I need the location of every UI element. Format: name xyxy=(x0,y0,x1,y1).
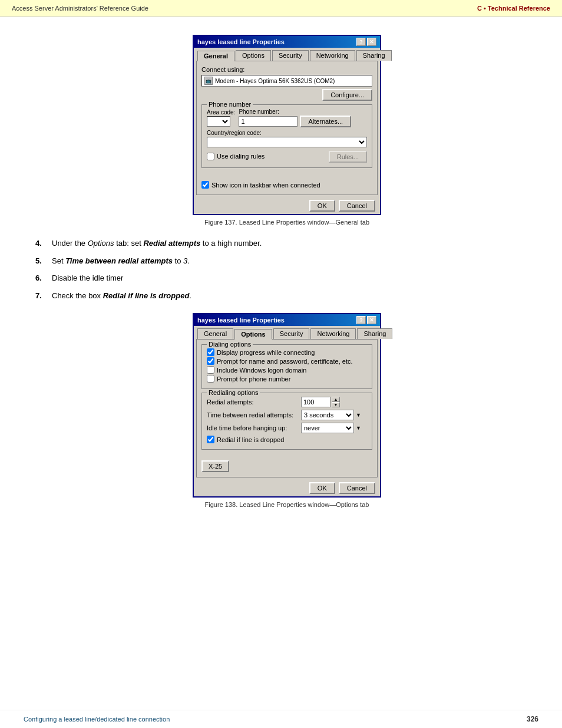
cb-include-logon[interactable] xyxy=(207,366,214,374)
tabs-137: General Options Security Networking Shar… xyxy=(194,48,380,61)
phone-number-group: Phone number Area code: Phone number: xyxy=(201,104,372,168)
cb-include-logon-label: Include Windows logon domain xyxy=(217,367,306,374)
step-4-num: 4. xyxy=(35,239,47,248)
dialog-137-title: hayes leased line Properties xyxy=(197,38,285,45)
close-btn-138[interactable]: ✕ xyxy=(367,316,376,324)
alternates-button[interactable]: Alternates... xyxy=(300,116,351,127)
step-7: 7. Check the box Redial if line is dropp… xyxy=(35,290,538,302)
idle-time-select[interactable]: never xyxy=(301,423,354,433)
tab-security-138[interactable]: Security xyxy=(273,328,310,339)
cancel-button-138[interactable]: Cancel xyxy=(339,482,375,494)
use-dialing-rules-label: Use dialing rules xyxy=(217,153,265,160)
tab-general-137[interactable]: General xyxy=(197,51,234,61)
rules-button[interactable]: Rules... xyxy=(329,151,367,163)
connect-using-label: Connect using: xyxy=(201,66,372,73)
page-content: hayes leased line Properties ? ✕ General… xyxy=(0,17,562,532)
figure-138-caption: Figure 138. Leased Line Properties windo… xyxy=(205,501,369,508)
step-5-num: 5. xyxy=(35,256,47,265)
use-dialing-rules-checkbox[interactable] xyxy=(207,153,214,160)
tab-sharing-137[interactable]: Sharing xyxy=(356,50,392,61)
phone-group-label: Phone number xyxy=(207,101,253,108)
phone-number-label: Phone number: xyxy=(239,108,367,115)
show-icon-row: Show icon in taskbar when connected xyxy=(201,181,372,189)
close-btn-137[interactable]: ✕ xyxy=(367,38,376,46)
spinner-down[interactable]: ▼ xyxy=(332,402,340,407)
cb-display-progress-label: Display progress while connecting xyxy=(217,349,315,356)
show-icon-label: Show icon in taskbar when connected xyxy=(211,182,320,189)
configure-button[interactable]: Configure... xyxy=(322,89,372,101)
step-4-text: Under the Options tab: set Redial attemp… xyxy=(52,238,262,249)
cb-prompt-phone-label: Prompt for phone number xyxy=(217,375,290,383)
area-code-select[interactable] xyxy=(207,116,230,127)
redial-attempts-label: Redial attempts: xyxy=(207,398,301,406)
time-between-select[interactable]: 3 seconds xyxy=(301,410,354,420)
tab-security-137[interactable]: Security xyxy=(272,50,309,61)
step-4: 4. Under the Options tab: set Redial att… xyxy=(35,238,538,249)
dialog-138-footer: OK Cancel xyxy=(194,480,380,496)
cancel-button-137[interactable]: Cancel xyxy=(339,200,375,212)
help-btn-138[interactable]: ? xyxy=(356,316,366,324)
use-dialing-rules-row: Use dialing rules xyxy=(207,153,265,160)
cb-redial-if-dropped[interactable] xyxy=(207,436,214,443)
area-code-col: Area code: xyxy=(207,109,235,127)
step-7-text: Check the box Redial if line is dropped. xyxy=(52,290,191,302)
country-select[interactable] xyxy=(207,137,367,147)
dialog-138: hayes leased line Properties ? ✕ General… xyxy=(193,313,381,498)
phone-col: Phone number: Alternates... xyxy=(239,108,367,127)
dialog-137-body: Connect using: 📺 Modem - Hayes Optima 56… xyxy=(196,61,378,195)
area-code-label: Area code: xyxy=(207,109,235,116)
modem-icon: 📺 xyxy=(204,77,213,85)
step-5: 5. Set Time between redial attempts to 3… xyxy=(35,255,538,267)
ok-button-137[interactable]: OK xyxy=(309,200,335,212)
step-list: 4. Under the Options tab: set Redial att… xyxy=(35,238,538,301)
cb-redial-if-dropped-label: Redial if line is dropped xyxy=(217,436,284,443)
ok-button-138[interactable]: OK xyxy=(309,482,335,494)
show-icon-checkbox[interactable] xyxy=(201,181,209,189)
time-between-label: Time between redial attempts: xyxy=(207,411,301,419)
step-7-num: 7. xyxy=(35,291,47,300)
time-between-row: Time between redial attempts: 3 seconds … xyxy=(207,410,367,420)
cb-display-progress[interactable] xyxy=(207,348,214,356)
redialing-options-group: Redialing options Redial attempts: ▲ ▼ xyxy=(201,393,372,450)
tab-networking-138[interactable]: Networking xyxy=(310,328,356,339)
tab-options-137[interactable]: Options xyxy=(236,50,271,61)
titlebar-buttons-138: ? ✕ xyxy=(356,316,376,324)
footer-right: 326 xyxy=(527,715,538,723)
step-6-text: Disable the idle timer xyxy=(52,272,123,284)
header-left: Access Server Administrators' Reference … xyxy=(12,5,148,12)
tab-options-138[interactable]: Options xyxy=(234,329,272,340)
dialing-cb-1: Display progress while connecting xyxy=(207,348,367,356)
x25-button[interactable]: X-25 xyxy=(201,460,229,472)
country-label: Country/region code: xyxy=(207,130,367,136)
redial-attempts-input[interactable] xyxy=(301,397,330,407)
help-btn-137[interactable]: ? xyxy=(356,38,366,46)
cb-prompt-name[interactable] xyxy=(207,357,214,365)
dialing-options-label: Dialing options xyxy=(207,341,253,348)
titlebar-137: hayes leased line Properties ? ✕ xyxy=(194,36,380,48)
figure-137-caption: Figure 137. Leased Line Properties windo… xyxy=(204,219,369,226)
modem-name: Modem - Hayes Optima 56K 5362US (COM2) xyxy=(215,78,335,84)
idle-time-label: Idle time before hanging up: xyxy=(207,424,301,431)
tabs-138: General Options Security Networking Shar… xyxy=(194,326,380,339)
cb-prompt-phone[interactable] xyxy=(207,375,214,383)
phone-number-input[interactable] xyxy=(239,116,297,127)
redial-attempts-spinner: ▲ ▼ xyxy=(301,397,340,407)
page-header: Access Server Administrators' Reference … xyxy=(0,0,562,17)
dialing-cb-2: Prompt for name and password, certificat… xyxy=(207,357,367,365)
redialing-options-label: Redialing options xyxy=(207,389,260,396)
dialog-138-title: hayes leased line Properties xyxy=(197,317,285,324)
tab-sharing-138[interactable]: Sharing xyxy=(357,328,392,339)
dialing-cb-3: Include Windows logon domain xyxy=(207,366,367,374)
tab-general-138[interactable]: General xyxy=(197,328,233,339)
time-between-value: 3 seconds ▼ xyxy=(301,410,361,420)
idle-time-row: Idle time before hanging up: never ▼ xyxy=(207,423,367,433)
modem-row: 📺 Modem - Hayes Optima 56K 5362US (COM2) xyxy=(201,75,372,87)
titlebar-138: hayes leased line Properties ? ✕ xyxy=(194,314,380,326)
dialing-cb-4: Prompt for phone number xyxy=(207,375,367,383)
step-6: 6. Disable the idle timer xyxy=(35,272,538,284)
spinner-up[interactable]: ▲ xyxy=(332,397,340,402)
tab-networking-137[interactable]: Networking xyxy=(310,50,355,61)
header-right: C • Technical Reference xyxy=(477,5,550,12)
dialog-137: hayes leased line Properties ? ✕ General… xyxy=(193,35,381,215)
figure-138-container: hayes leased line Properties ? ✕ General… xyxy=(35,313,538,508)
